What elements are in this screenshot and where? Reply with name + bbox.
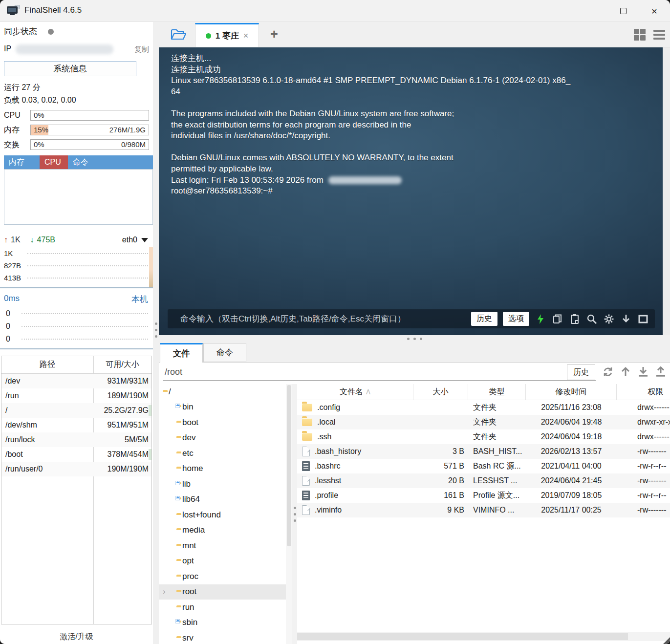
system-info-button[interactable]: 系统信息 <box>4 61 136 76</box>
tree-item-dev[interactable]: dev <box>159 430 286 446</box>
monitor-chart-area <box>4 169 153 225</box>
meter-内存: 内存15%276M/1.9G <box>4 125 149 135</box>
monitor-tab-内存[interactable]: 内存 <box>4 155 40 169</box>
file-row-profile[interactable]: .profile161 BProfile 源文...2019/07/09 18:… <box>297 488 670 503</box>
terminal-line <box>171 142 653 153</box>
tree-item-proc[interactable]: proc <box>159 569 286 584</box>
file-panel-tabs: 文件 命令 <box>159 342 670 363</box>
file-icon <box>302 505 310 515</box>
close-button[interactable]: × <box>639 0 670 22</box>
path-history-button[interactable]: 历史 <box>567 365 595 380</box>
tree-item-bin[interactable]: bin <box>159 400 286 415</box>
tree-item-boot[interactable]: boot <box>159 415 286 430</box>
options-button[interactable]: 选项 <box>503 312 529 326</box>
window-icon[interactable] <box>637 313 649 325</box>
session-tab-active[interactable]: 1 枣庄 × <box>195 23 259 47</box>
gear-icon[interactable] <box>603 313 615 325</box>
maximize-button[interactable] <box>607 0 639 22</box>
terminal-last-login-line: Last login: Fri Feb 13 00:53:49 2026 fro… <box>171 175 653 186</box>
refresh-icon[interactable] <box>601 365 615 379</box>
doc-icon <box>302 491 310 500</box>
file-row-viminfo[interactable]: .viminfo9 KBVIMINFO ...2025/11/17 00:25-… <box>297 503 670 517</box>
expand-chevron-icon[interactable]: › <box>163 587 166 597</box>
tree-item-sbin[interactable]: sbin <box>159 615 286 631</box>
tree-item-home[interactable]: home <box>159 461 286 477</box>
disk-row: /run/lock5M/5M <box>1 432 151 447</box>
file-row-ssh[interactable]: .ssh文件夹2024/06/04 19:18drwx------ <box>297 429 670 444</box>
new-tab-button[interactable]: + <box>264 22 284 47</box>
ping-target-link[interactable]: 本机 <box>131 294 148 305</box>
lightning-icon[interactable] <box>535 313 546 325</box>
column-header-1[interactable]: 文件名ᐱ <box>297 384 413 400</box>
column-header-5[interactable]: 权限 <box>617 384 670 400</box>
path-input[interactable]: /root <box>165 367 182 377</box>
open-folder-icon <box>170 28 187 42</box>
file-row-config[interactable]: .config文件夹2025/11/16 23:08drwx------ <box>297 400 670 415</box>
tree-item-opt[interactable]: opt <box>159 554 286 569</box>
tree-item-[interactable]: / <box>159 384 286 400</box>
ip-label: IP <box>4 44 11 53</box>
connection-status-dot <box>206 33 211 39</box>
horizontal-splitter[interactable] <box>159 335 670 342</box>
download-file-icon[interactable] <box>636 365 650 379</box>
column-header-4[interactable]: 修改时间 <box>526 384 617 400</box>
sync-status-label: 同步状态 <box>4 26 37 37</box>
tree-item-lib[interactable]: lib <box>159 476 286 492</box>
file-row-local[interactable]: .local文件夹2024/06/04 19:48drwxr-xr-x <box>297 415 670 429</box>
download-arrow-icon[interactable] <box>620 313 632 325</box>
copy-ip-button[interactable]: 复制 <box>134 45 149 54</box>
disk-col-path: 路径 <box>1 360 93 370</box>
tab-files[interactable]: 文件 <box>160 343 203 363</box>
table-horizontal-scrollbar[interactable] <box>297 632 670 641</box>
tree-item-etc[interactable]: etc <box>159 446 286 461</box>
paste-icon[interactable] <box>569 313 581 325</box>
file-row-bash_history[interactable]: .bash_history3 BBASH_HIST...2026/02/13 1… <box>297 444 670 459</box>
tree-item-lib64[interactable]: lib64 <box>159 492 286 508</box>
tab-commands[interactable]: 命令 <box>203 343 246 362</box>
column-header-2[interactable]: 大小 <box>413 384 468 400</box>
search-icon[interactable] <box>586 313 598 325</box>
upload-file-icon[interactable] <box>654 365 668 379</box>
parent-directory-icon[interactable] <box>619 365 632 379</box>
tree-item-lost+found[interactable]: lost+found <box>159 507 286 523</box>
tab-close-icon[interactable]: × <box>243 31 249 41</box>
file-row-bashrc[interactable]: .bashrc571 BBash RC 源...2021/04/11 04:00… <box>297 459 670 473</box>
copy-icon[interactable] <box>552 313 563 325</box>
tree-item-root[interactable]: ›root <box>159 584 286 600</box>
ping-graph: 000 <box>0 307 153 349</box>
tree-item-run[interactable]: run <box>159 600 286 615</box>
tree-item-mnt[interactable]: mnt <box>159 538 286 554</box>
upload-rate: 1K <box>11 236 21 244</box>
interface-selector[interactable]: eth0 <box>122 236 148 244</box>
monitor-tab-命令[interactable]: 命令 <box>68 155 153 169</box>
file-table: 文件名ᐱ大小类型修改时间权限 .config文件夹2025/11/16 23:0… <box>297 384 670 644</box>
command-input-bar[interactable]: 命令输入（双击Ctrl切换,Alt历史,Tab路径/命令,Esc关闭窗口） 历史… <box>168 309 655 328</box>
ping-latency: 0ms <box>4 294 20 305</box>
tree-scrollbar[interactable] <box>286 384 292 644</box>
file-row-lesshst[interactable]: .lesshst20 BLESSHST ...2024/06/04 21:45-… <box>297 473 670 488</box>
history-button[interactable]: 历史 <box>471 312 497 326</box>
meter-交换: 交换0%0/980M <box>4 139 149 150</box>
sidebar-splitter[interactable] <box>153 22 159 644</box>
layout-grid-icon[interactable] <box>634 29 646 41</box>
vertical-splitter[interactable] <box>292 384 297 644</box>
minimize-button[interactable] <box>576 0 607 22</box>
disk-row: /dev/shm951M/951M <box>1 418 151 432</box>
connection-manager-button[interactable] <box>165 25 192 44</box>
hamburger-menu-icon[interactable] <box>653 30 665 40</box>
window-resize-grip[interactable] <box>663 637 670 644</box>
terminal-line: individual files in /usr/share/doc/*/cop… <box>171 130 653 142</box>
terminal[interactable]: 连接主机...连接主机成功Linux ser786356813539 6.1.0… <box>159 47 663 335</box>
tree-item-media[interactable]: media <box>159 523 286 538</box>
monitor-tab-CPU[interactable]: CPU <box>40 155 68 169</box>
column-header-3[interactable]: 类型 <box>468 384 526 400</box>
terminal-prompt: root@ser786356813539:~# <box>171 186 653 197</box>
tree-item-srv[interactable]: srv <box>159 630 286 644</box>
terminal-line: 64 <box>171 86 653 98</box>
activate-upgrade-link[interactable]: 激活/升级 <box>0 632 153 642</box>
command-input-placeholder: 命令输入（双击Ctrl切换,Alt历史,Tab路径/命令,Esc关闭窗口） <box>180 313 466 324</box>
terminal-line: The programs included with the Debian GN… <box>171 108 653 120</box>
terminal-scrollbar[interactable] <box>663 47 670 335</box>
terminal-output: 连接主机...连接主机成功Linux ser786356813539 6.1.0… <box>171 53 653 197</box>
chevron-down-icon <box>141 238 148 242</box>
